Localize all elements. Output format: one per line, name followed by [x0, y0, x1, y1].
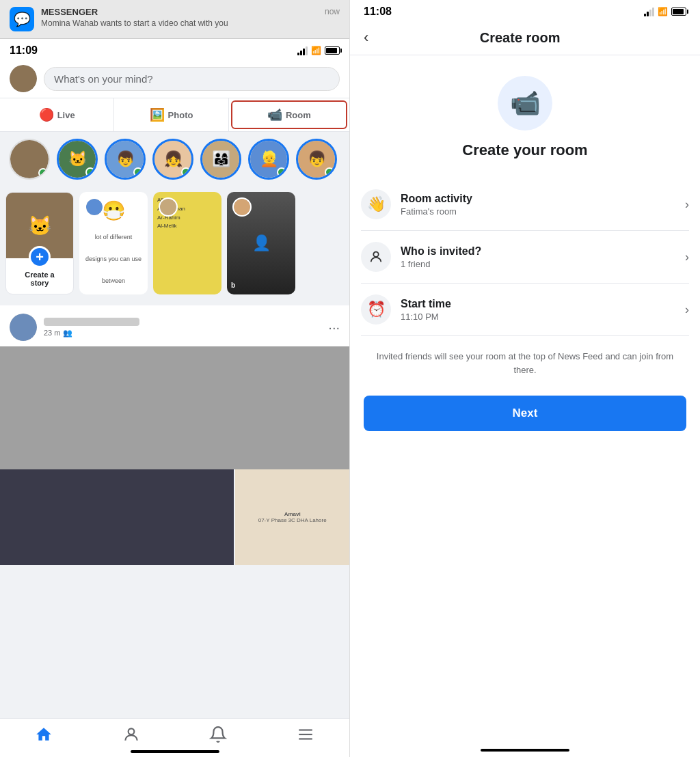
room-activity-text: Room activity Fatima's room: [401, 193, 685, 217]
bottom-nav: [0, 718, 349, 757]
start-time-option[interactable]: ⏰ Start time 11:10 PM ›: [361, 284, 689, 336]
story-name-3: b: [231, 281, 291, 289]
search-area: What's on your mind?: [0, 59, 349, 98]
whats-on-mind-input[interactable]: What's on your mind?: [44, 67, 340, 91]
online-dot-3: [181, 167, 191, 177]
wifi-icon-right: 📶: [658, 7, 668, 16]
time-right: 11:08: [364, 5, 392, 18]
time-left: 11:09: [10, 44, 38, 57]
room-icon-circle: 📹: [498, 76, 552, 130]
post-time-text: 23 m: [44, 329, 60, 337]
status-icons-right: 📶: [644, 7, 686, 16]
who-invited-chevron: ›: [685, 250, 689, 264]
clock-icon: ⏰: [361, 294, 391, 325]
room-label: Room: [286, 110, 311, 120]
notif-app-name: MESSENGER: [41, 7, 318, 17]
battery-icon-right: [671, 8, 686, 16]
header-title: Create room: [379, 30, 660, 46]
nav-notifications[interactable]: [175, 726, 262, 743]
notif-time: now: [325, 7, 340, 16]
who-invited-subtitle: 1 friend: [401, 259, 685, 269]
online-dot-2: [133, 167, 143, 177]
room-icon-wrap: 📹: [350, 76, 700, 130]
wifi-icon: 📶: [311, 46, 321, 55]
post-area: 23 m 👥 ··· Amavi 07-Y Phase 3C DHA Lahor…: [0, 305, 349, 565]
start-time-text: Start time 11:10 PM: [401, 298, 685, 322]
post-username-blur: [44, 318, 139, 326]
story-user-avatar-2: [159, 197, 178, 217]
photo-button[interactable]: 🖼️ Photo: [114, 98, 228, 131]
notification-text: MESSENGER Momina Wahab wants to start a …: [41, 7, 318, 28]
signal-icon: [297, 46, 308, 55]
create-story-label: Create astory: [21, 271, 58, 287]
story-avatar-6[interactable]: 👦: [296, 139, 337, 180]
create-your-room-title: Create your room: [350, 141, 700, 159]
story-avatar-3[interactable]: 👧: [152, 139, 193, 180]
who-invited-title: Who is invited?: [401, 245, 685, 258]
story-avatar-2[interactable]: 👦: [105, 139, 146, 180]
post-image-left: [0, 469, 234, 565]
create-story-bg: 🐱 +: [6, 193, 73, 258]
notif-message: Momina Wahab wants to start a video chat…: [41, 18, 318, 28]
story-card-2[interactable]: AllahAr-RahmanAr-RahimAl-Melik: [153, 192, 221, 294]
signal-icon-right: [644, 7, 654, 16]
stories-row: 🐱 👦 👧 👨‍👩‍👧 👱 👦: [0, 132, 349, 187]
post-author-avatar: [10, 314, 37, 341]
notification-bar[interactable]: 💬 MESSENGER Momina Wahab wants to start …: [0, 0, 349, 39]
nav-home[interactable]: [0, 726, 88, 743]
story-avatar-1[interactable]: 🐱: [57, 139, 98, 180]
next-button[interactable]: Next: [364, 396, 686, 431]
start-time-title: Start time: [401, 298, 685, 310]
who-invited-option[interactable]: Who is invited? 1 friend ›: [361, 231, 689, 284]
room-activity-chevron: ›: [685, 197, 689, 212]
who-invited-text: Who is invited? 1 friend: [401, 245, 685, 269]
story-user-avatar-3: [232, 197, 252, 217]
live-button[interactable]: 🔴 Live: [0, 98, 114, 131]
room-activity-subtitle: Fatima's room: [401, 206, 685, 217]
room-activity-title: Room activity: [401, 193, 685, 205]
room-icon: 📹: [267, 107, 282, 122]
photo-icon: 🖼️: [150, 107, 165, 122]
online-dot-6: [325, 167, 334, 177]
start-time-subtitle: 11:10 PM: [401, 312, 685, 322]
nav-profile[interactable]: [88, 726, 175, 743]
story-avatar-5[interactable]: 👱: [248, 139, 289, 180]
story-card-3[interactable]: 👤 b: [227, 192, 295, 294]
story-card-1[interactable]: 😷lot of different designs you can use be…: [79, 192, 148, 294]
home-indicator-left: [131, 750, 219, 753]
start-time-chevron: ›: [685, 303, 689, 317]
online-dot-5: [277, 167, 286, 177]
post-image-right: Amavi 07-Y Phase 3C DHA Lahore: [234, 469, 349, 565]
post-more-button[interactable]: ···: [328, 320, 340, 335]
post-time: 23 m 👥: [44, 329, 321, 338]
options-list: 👋 Room activity Fatima's room › Who is i…: [350, 178, 700, 336]
info-text: Invited friends will see your room at th…: [350, 336, 700, 390]
create-room-header: ‹ Create room: [350, 20, 700, 55]
room-activity-option[interactable]: 👋 Room activity Fatima's room ›: [361, 178, 689, 231]
create-story-card[interactable]: 🐱 + Create astory: [5, 192, 74, 294]
status-bar-left: 11:09 📶: [0, 39, 349, 59]
nav-menu[interactable]: [262, 726, 349, 743]
back-button[interactable]: ‹: [364, 29, 368, 46]
post-privacy-icon: 👥: [63, 329, 72, 338]
status-icons-left: 📶: [297, 46, 340, 55]
battery-icon: [325, 46, 340, 55]
action-row: 🔴 Live 🖼️ Photo 📹 Room: [0, 98, 349, 132]
story-name-1: Missenell: [83, 281, 144, 289]
post-meta: 23 m 👥: [44, 318, 321, 338]
left-panel: 💬 MESSENGER Momina Wahab wants to start …: [0, 0, 350, 757]
room-button[interactable]: 📹 Room: [231, 100, 347, 129]
messenger-icon: 💬: [10, 7, 34, 31]
live-label: Live: [57, 110, 75, 120]
post-image-bottom: Amavi 07-Y Phase 3C DHA Lahore: [0, 469, 349, 565]
live-icon: 🔴: [39, 107, 54, 122]
right-panel: 11:08 📶 ‹ Create room 📹 Create your room…: [350, 0, 700, 757]
create-plus-icon: +: [29, 246, 51, 268]
story-avatar-0[interactable]: [9, 139, 50, 180]
story-avatar-4[interactable]: 👨‍👩‍👧: [200, 139, 241, 180]
home-indicator-right: [481, 749, 569, 752]
person-icon: [361, 242, 391, 272]
online-dot-1: [85, 167, 95, 177]
online-dot-0: [38, 168, 48, 178]
post-main-image: [0, 346, 349, 469]
